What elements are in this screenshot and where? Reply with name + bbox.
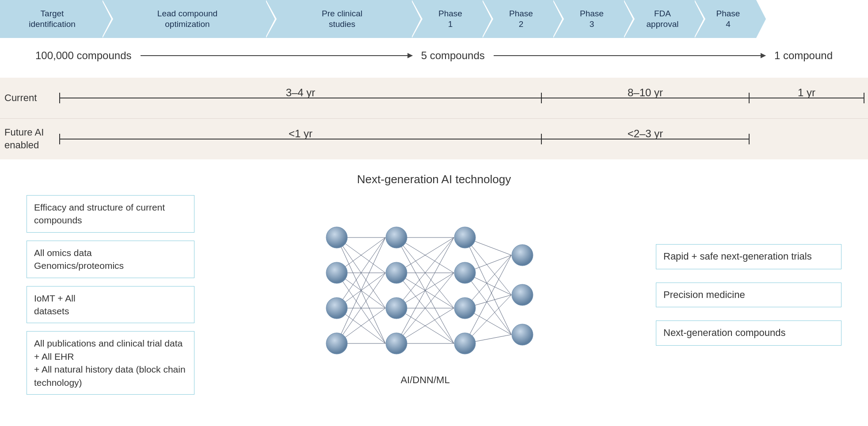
svg-point-63	[386, 227, 407, 248]
current-timeline: 3–4 yr 8–10 yr 1 yr	[60, 85, 868, 111]
nn-layer1	[326, 227, 347, 354]
pipeline-step-lead: Lead compoundoptimization	[102, 0, 265, 38]
svg-point-70	[454, 333, 476, 354]
compound-start: 100,000 compounds	[35, 49, 132, 62]
output-box-0: Rapid + safe next-generation trials	[656, 244, 841, 269]
svg-point-65	[386, 298, 407, 319]
input-box-1: All omics dataGenomics/proteomics	[27, 241, 194, 278]
future-label: Future AIenabled	[0, 126, 60, 151]
svg-text:<2–3 yr: <2–3 yr	[628, 128, 663, 139]
svg-point-72	[512, 284, 533, 305]
output-box-1: Precision medicine	[656, 283, 841, 308]
svg-point-69	[454, 298, 476, 319]
compound-mid: 5 compounds	[421, 49, 485, 62]
svg-point-61	[326, 298, 347, 319]
input-box-0: Efficacy and structure of current compou…	[27, 195, 194, 233]
svg-point-60	[326, 262, 347, 283]
current-label: Current	[0, 92, 60, 105]
nn-svg-area: AI/DNN/ML	[208, 202, 643, 388]
output-box-2: Next-generation compounds	[656, 320, 841, 346]
compounds-row: 100,000 compounds 5 compounds 1 compound	[0, 38, 868, 73]
current-row: Current 3–4 yr 8–10 yr 1 yr	[0, 78, 868, 119]
nn-layer4	[512, 245, 533, 345]
svg-point-64	[386, 262, 407, 283]
nn-label: AI/DNN/ML	[400, 374, 449, 385]
input-boxes: Efficacy and structure of current compou…	[27, 195, 194, 395]
nn-layout: Efficacy and structure of current compou…	[27, 195, 841, 395]
nn-layer3	[454, 227, 476, 354]
input-box-3: All publications and clinical trial data…	[27, 331, 194, 395]
arrow-1	[141, 55, 412, 56]
future-timeline: <1 yr <2–3 yr	[60, 126, 868, 152]
svg-text:3–4 yr: 3–4 yr	[286, 87, 316, 98]
svg-point-59	[326, 227, 347, 248]
pipeline-step-target: Targetidentification	[0, 0, 102, 38]
svg-point-68	[454, 262, 476, 283]
svg-point-73	[512, 324, 533, 345]
pipeline-row: TargetidentificationLead compoundoptimiz…	[0, 0, 868, 38]
svg-text:1 yr: 1 yr	[798, 87, 815, 98]
svg-text:<1 yr: <1 yr	[289, 128, 312, 139]
svg-point-66	[386, 333, 407, 354]
svg-text:8–10 yr: 8–10 yr	[628, 87, 663, 98]
future-row: Future AIenabled <1 yr <2–3 yr	[0, 119, 868, 159]
output-boxes: Rapid + safe next-generation trialsPreci…	[656, 244, 841, 346]
nn-section: Next-generation AI technology Efficacy a…	[0, 159, 868, 403]
timeline-section: Current 3–4 yr 8–10 yr 1 yr Futur	[0, 78, 868, 159]
nn-svg: AI/DNN/ML	[282, 202, 569, 388]
compound-end: 1 compound	[774, 49, 833, 62]
svg-point-71	[512, 245, 533, 266]
svg-point-67	[454, 227, 476, 248]
input-box-2: IoMT + Alldatasets	[27, 286, 194, 324]
svg-point-62	[326, 333, 347, 354]
nn-title: Next-generation AI technology	[27, 173, 841, 186]
arrow-2	[494, 55, 765, 56]
nn-layer2	[386, 227, 407, 354]
pipeline-step-pre: Pre clinicalstudies	[265, 0, 411, 38]
